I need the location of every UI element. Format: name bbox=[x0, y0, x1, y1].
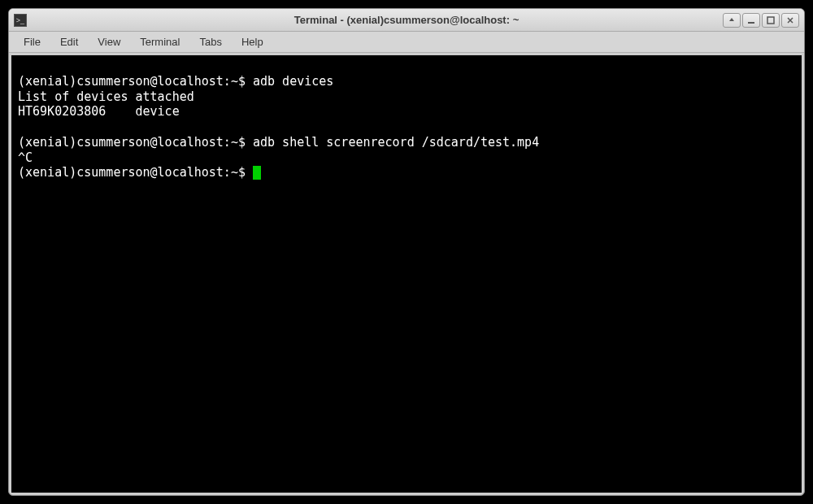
close-icon bbox=[786, 16, 794, 24]
terminal-cursor bbox=[253, 166, 261, 180]
terminal-line: List of devices attached bbox=[18, 89, 194, 104]
minimize-icon bbox=[747, 16, 755, 24]
menu-tabs[interactable]: Tabs bbox=[189, 33, 231, 50]
prompt-text: (xenial)csummerson@localhost:~$ bbox=[18, 165, 253, 180]
terminal-app-icon: >_ bbox=[14, 14, 27, 27]
command-text: adb shell screenrecord /sdcard/test.mp4 bbox=[253, 135, 539, 150]
menu-help[interactable]: Help bbox=[232, 33, 273, 50]
titlebar[interactable]: >_ Terminal - (xenial)csummerson@localho… bbox=[9, 9, 804, 32]
terminal-line: HT69K0203806 device bbox=[18, 104, 180, 119]
terminal-content[interactable]: (xenial)csummerson@localhost:~$ adb devi… bbox=[11, 55, 802, 493]
window-controls bbox=[723, 13, 799, 28]
window-title: Terminal - (xenial)csummerson@localhost:… bbox=[9, 14, 804, 26]
maximize-button[interactable] bbox=[762, 13, 780, 28]
close-button[interactable] bbox=[781, 13, 799, 28]
terminal-window: >_ Terminal - (xenial)csummerson@localho… bbox=[8, 8, 805, 496]
menu-view[interactable]: View bbox=[88, 33, 130, 50]
arrow-up-icon bbox=[728, 16, 736, 24]
maximize-icon bbox=[767, 16, 775, 24]
terminal-line: (xenial)csummerson@localhost:~$ adb shel… bbox=[18, 135, 539, 150]
shade-button[interactable] bbox=[723, 13, 741, 28]
menubar: File Edit View Terminal Tabs Help bbox=[9, 32, 804, 53]
terminal-line: ^C bbox=[18, 150, 33, 165]
svg-rect-1 bbox=[767, 17, 774, 24]
terminal-line: (xenial)csummerson@localhost:~$ bbox=[18, 165, 261, 180]
prompt-text: (xenial)csummerson@localhost:~$ bbox=[18, 74, 253, 89]
terminal-line bbox=[18, 119, 25, 134]
minimize-button[interactable] bbox=[742, 13, 760, 28]
svg-rect-0 bbox=[748, 22, 754, 24]
menu-terminal[interactable]: Terminal bbox=[130, 33, 189, 50]
command-text: adb devices bbox=[253, 74, 333, 89]
menu-file[interactable]: File bbox=[14, 33, 50, 50]
terminal-line: (xenial)csummerson@localhost:~$ adb devi… bbox=[18, 74, 333, 89]
menu-edit[interactable]: Edit bbox=[50, 33, 88, 50]
prompt-text: (xenial)csummerson@localhost:~$ bbox=[18, 135, 253, 150]
